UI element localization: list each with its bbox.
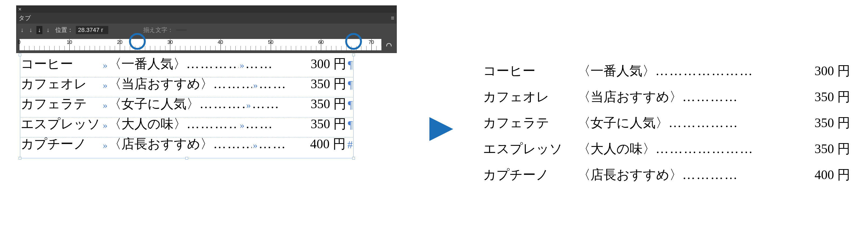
item-tag: 〈店長おすすめ〉 (578, 168, 682, 181)
item-tag: 〈一番人気〉 (578, 64, 655, 77)
item-name: カフェオレ (483, 90, 569, 103)
tab-ruler[interactable]: 010203040506070 (19, 39, 381, 50)
panel-menu-icon[interactable]: ≡ (391, 15, 394, 22)
item-price: 300 円 (298, 57, 346, 70)
ruler-tick-label: 40 (218, 40, 223, 45)
item-name: カプチーノ (483, 168, 569, 181)
tab-align-center-icon[interactable]: ↓ (28, 27, 34, 33)
item-tag: 〈大人の味〉 (108, 117, 186, 130)
pilcrow-icon: ¶ (348, 59, 353, 70)
panel-title[interactable]: タブ (19, 14, 31, 22)
item-price: 350 円 (799, 90, 850, 103)
panel-titlebar[interactable]: ✕ (17, 6, 397, 13)
leader-dots: …… (245, 57, 298, 70)
tab-mark-icon: » (102, 101, 108, 110)
tab-align-left-icon[interactable]: ↓ (19, 27, 25, 33)
item-price: 350 円 (298, 77, 346, 90)
tab-mark-icon: » (239, 61, 245, 70)
item-price: 400 円 (799, 168, 850, 181)
leader-dots: …………… (669, 116, 799, 129)
ruler-tick-label: 20 (117, 40, 123, 45)
pilcrow-icon: ¶ (348, 79, 353, 90)
panel-tab-row: タブ ≡ (17, 13, 397, 24)
ruler-tick-label: 0 (18, 40, 21, 45)
leader-dots: ………………… (655, 64, 799, 77)
arrow-right-icon (427, 114, 456, 145)
menu-line[interactable]: エスプレッソ»〈大人の味〉…………………»……350 円¶ (21, 117, 353, 137)
tab-mark-icon: » (252, 81, 259, 90)
pilcrow-icon: ¶ (348, 119, 353, 130)
item-name: エスプレッソ (483, 142, 569, 155)
leader-dots: …… (259, 77, 298, 90)
item-name: カプチーノ (21, 137, 102, 151)
tab-mark-icon: » (102, 81, 108, 90)
item-price: 350 円 (298, 117, 346, 130)
item-name: カフェラテ (483, 116, 569, 129)
item-price: 350 円 (799, 116, 850, 129)
item-tag: 〈一番人気〉 (108, 57, 186, 70)
leader-input[interactable] (176, 29, 187, 31)
position-label: 位置： (55, 26, 73, 34)
snap-to-frame-icon[interactable] (384, 40, 394, 50)
leader-dots: …… (245, 117, 298, 130)
menu-line: カフェラテ〈女子に人気〉……………350 円 (483, 116, 850, 142)
item-tag: 〈当店おすすめ〉 (578, 90, 682, 103)
panel-controls-row: ↓ ↓ ↓ ↓ 位置： 28.3747 r 揃え文字： (17, 24, 397, 36)
svg-marker-0 (429, 117, 453, 141)
item-tag: 〈店長おすすめ〉 (108, 137, 213, 151)
item-name: カフェラテ (21, 97, 102, 110)
leader-dots: ………… (682, 90, 799, 103)
item-name: コーヒー (21, 57, 102, 70)
item-price: 350 円 (799, 142, 850, 155)
ruler-tick-label: 30 (167, 40, 173, 45)
leader-dots: ………… (213, 77, 252, 90)
tab-mark-icon: » (245, 101, 252, 110)
item-tag: 〈女子に人気〉 (578, 116, 669, 129)
leader-label: 揃え文字： (143, 26, 173, 34)
leader-dots: …………… (199, 97, 245, 110)
item-name: エスプレッソ (21, 117, 102, 130)
menu-line[interactable]: カフェオレ»〈当店おすすめ〉…………»……350 円¶ (21, 77, 353, 97)
item-tag: 〈女子に人気〉 (108, 97, 199, 110)
menu-line: コーヒー〈一番人気〉…………………300 円 (483, 64, 850, 90)
pilcrow-icon: ¶ (348, 99, 353, 110)
leader-dots: ………… (682, 168, 799, 181)
menu-line: エスプレッソ〈大人の味〉…………………350 円 (483, 142, 850, 168)
item-price: 350 円 (298, 97, 346, 110)
close-icon[interactable]: ✕ (18, 7, 22, 12)
tab-mark-icon: » (102, 141, 108, 150)
text-result-right: コーヒー〈一番人気〉…………………300 円カフェオレ〈当店おすすめ〉…………3… (483, 64, 850, 194)
item-name: カフェオレ (21, 77, 102, 90)
menu-line[interactable]: カプチーノ»〈店長おすすめ〉…………»……400 円# (21, 137, 353, 157)
tabs-panel: ✕ タブ ≡ ↓ ↓ ↓ ↓ 位置： 28.3747 r 揃え文字： 01020… (16, 5, 397, 53)
tab-mark-icon: » (239, 121, 245, 130)
leader-dots: ………………… (186, 117, 239, 130)
end-of-story-icon: # (347, 139, 353, 150)
tab-mark-icon: » (102, 121, 108, 130)
menu-line: カフェオレ〈当店おすすめ〉…………350 円 (483, 90, 850, 116)
ruler-tick-label: 60 (318, 40, 323, 45)
menu-line: カプチーノ〈店長おすすめ〉…………400 円 (483, 168, 850, 194)
tab-align-right-icon[interactable]: ↓ (36, 26, 42, 34)
tab-align-decimal-icon[interactable]: ↓ (45, 27, 51, 33)
ruler-tick-label: 70 (369, 40, 374, 45)
item-tag: 〈当店おすすめ〉 (108, 77, 213, 90)
item-name: コーヒー (483, 64, 569, 77)
leader-dots: ………………… (186, 57, 239, 70)
ruler-tick-label: 10 (67, 40, 72, 45)
menu-line[interactable]: カフェラテ»〈女子に人気〉……………»……350 円¶ (21, 97, 353, 117)
leader-dots: ………………… (656, 142, 799, 155)
position-input[interactable]: 28.3747 r (76, 26, 108, 34)
leader-dots: …… (252, 97, 298, 110)
item-price: 400 円 (297, 137, 346, 151)
ruler-row: 010203040506070 (17, 36, 397, 53)
tab-mark-icon: » (102, 61, 108, 70)
item-price: 300 円 (799, 64, 850, 77)
tab-mark-icon: » (252, 141, 258, 150)
item-tag: 〈大人の味〉 (578, 142, 656, 155)
leader-dots: ………… (213, 137, 252, 151)
text-frame-left[interactable]: コーヒー»〈一番人気〉…………………»……300 円¶カフェオレ»〈当店おすすめ… (20, 55, 353, 158)
menu-line[interactable]: コーヒー»〈一番人気〉…………………»……300 円¶ (21, 57, 353, 77)
leader-dots: …… (258, 137, 297, 151)
ruler-tick-label: 50 (268, 40, 273, 45)
